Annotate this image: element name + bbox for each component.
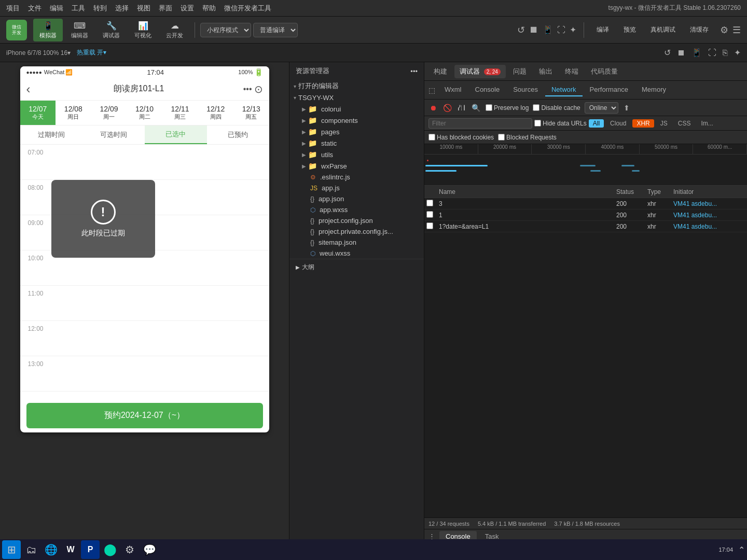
menu-item-settings[interactable]: 设置: [181, 4, 194, 13]
has-blocked-cookies-checkbox[interactable]: Has blocked cookies: [428, 134, 494, 141]
throttle-select[interactable]: Online: [585, 102, 618, 114]
section-tsgyy-wx[interactable]: ▾ TSGYY-WX: [289, 92, 424, 103]
nav-record-btn[interactable]: ⊙: [254, 83, 263, 95]
taskbar-settings[interactable]: ⚙: [120, 540, 139, 559]
date-tab-1[interactable]: 12/08 周日: [56, 101, 91, 125]
taskbar-browser[interactable]: 🌐: [42, 540, 60, 559]
refresh-icon[interactable]: ↺: [517, 24, 525, 36]
tree-item-wxparse[interactable]: ▶ 📁 wxParse: [289, 160, 424, 172]
table-row-1[interactable]: 1 200 xhr VM41 asdebu...: [424, 209, 747, 221]
menu-item-project[interactable]: 项目: [6, 4, 20, 13]
blocked-requests-checkbox[interactable]: Blocked Requests: [498, 134, 557, 141]
taskbar-p[interactable]: P: [81, 540, 100, 559]
filter-expired[interactable]: 过期时间: [20, 125, 82, 144]
tab-problems[interactable]: 问题: [508, 65, 532, 78]
tree-item-projectconfig[interactable]: {} project.config.json: [289, 215, 424, 226]
date-tab-5[interactable]: 12/12 周四: [198, 101, 233, 125]
menu-item-help[interactable]: 帮助: [202, 4, 216, 13]
device-copy-icon[interactable]: ⎘: [723, 48, 728, 58]
row2-initiator[interactable]: VM41 asdebu...: [669, 223, 747, 230]
tab-build[interactable]: 构建: [428, 65, 452, 78]
preserve-log-checkbox[interactable]: Preserve log: [486, 104, 529, 111]
menu-item-view[interactable]: 视图: [137, 4, 150, 13]
menu-item-goto[interactable]: 转到: [93, 4, 107, 13]
filter-input[interactable]: [428, 118, 532, 129]
tree-item-static[interactable]: ▶ 📁 static: [289, 137, 424, 149]
hot-reload-btn[interactable]: 热重载 开▾: [77, 48, 106, 57]
date-tab-4[interactable]: 12/11 周三: [162, 101, 198, 125]
stop-icon[interactable]: ⏹: [529, 24, 538, 35]
device-refresh-icon[interactable]: ↺: [664, 48, 671, 58]
filter-cloud[interactable]: Cloud: [606, 119, 630, 128]
row1-checkbox[interactable]: [424, 211, 435, 219]
filter-all[interactable]: All: [589, 119, 604, 128]
taskbar-wechat[interactable]: 💬: [140, 540, 159, 559]
real-debug-btn[interactable]: 真机调试: [645, 23, 681, 36]
tree-item-appjs[interactable]: JS app.js: [289, 183, 424, 193]
book-button[interactable]: 预约2024-12-07（~）: [26, 403, 263, 428]
compile-btn[interactable]: 编译: [591, 23, 614, 36]
explorer-menu-btn[interactable]: •••: [410, 67, 418, 75]
net-tab-console[interactable]: Console: [469, 83, 506, 96]
timeline-area[interactable]: 10000 ms 20000 ms 30000 ms 40000 ms 5000…: [424, 144, 747, 186]
expand-icon[interactable]: ⛶: [557, 25, 565, 35]
clear-btn[interactable]: 🚫: [442, 103, 453, 113]
menu-item-wechat[interactable]: 微信开发者工具: [224, 4, 271, 13]
toolbar-btn-simulator[interactable]: 📱 模拟器: [33, 19, 63, 41]
hide-data-urls-input[interactable]: [534, 120, 541, 127]
net-tab-sources[interactable]: Sources: [507, 83, 544, 96]
import-icon[interactable]: ⬆: [622, 103, 631, 113]
row2-checkbox[interactable]: [424, 222, 435, 231]
outline-section[interactable]: ▶ 大纲: [289, 259, 424, 275]
section-open-editors[interactable]: ▾ 打开的编辑器: [289, 80, 424, 92]
preview-btn[interactable]: 预览: [618, 23, 641, 36]
tree-item-appjson[interactable]: {} app.json: [289, 193, 424, 204]
filter-css[interactable]: CSS: [674, 119, 695, 128]
filter-available[interactable]: 可选时间: [82, 125, 145, 144]
filter-btn[interactable]: ⛙: [457, 103, 466, 113]
menu-item-edit[interactable]: 编辑: [50, 4, 63, 13]
tree-item-eslintrc[interactable]: ⚙ .eslintrc.js: [289, 172, 424, 183]
device-star-icon[interactable]: ✦: [734, 48, 741, 58]
date-tab-6[interactable]: 12/13 周五: [233, 101, 269, 125]
menu-icon[interactable]: ☰: [732, 24, 741, 36]
device-stop-icon[interactable]: ⏹: [677, 48, 685, 58]
device-info[interactable]: iPhone 6/7/8 100% 16▾: [6, 49, 71, 57]
net-tab-wxml[interactable]: Wxml: [438, 83, 468, 96]
tree-item-components[interactable]: ▶ 📁 components: [289, 115, 424, 126]
search-btn[interactable]: 🔍: [471, 103, 481, 113]
schedule-grid[interactable]: 07:00 08:00 09:00 10:00 11:00: [20, 145, 269, 399]
row0-initiator[interactable]: VM41 asdebu...: [669, 200, 747, 207]
date-tab-0[interactable]: 12/07 今天: [20, 101, 56, 125]
filter-js[interactable]: JS: [656, 119, 672, 128]
mode-select[interactable]: 小程序模式: [200, 23, 251, 37]
nav-menu-dots[interactable]: •••: [243, 85, 252, 94]
blocked-requests-input[interactable]: [498, 134, 505, 141]
device-expand-icon[interactable]: ⛶: [708, 48, 716, 58]
tree-item-projectprivate[interactable]: {} project.private.config.js...: [289, 226, 424, 237]
taskbar-chevron-up[interactable]: ⌃: [738, 545, 745, 555]
date-tab-2[interactable]: 12/09 周一: [91, 101, 127, 125]
network-table[interactable]: Name Status Type Initiator 3 200 xhr VM4…: [424, 186, 747, 517]
menu-item-file[interactable]: 文件: [28, 4, 42, 13]
record-btn[interactable]: ⏺: [428, 103, 438, 113]
tab-terminal[interactable]: 终端: [560, 65, 584, 78]
tree-item-sitemap[interactable]: {} sitemap.json: [289, 237, 424, 248]
tree-item-utils[interactable]: ▶ 📁 utils: [289, 149, 424, 160]
toolbar-btn-debugger[interactable]: 🔧 调试器: [96, 19, 126, 41]
tab-debugger[interactable]: 调试器 2, 24: [454, 65, 506, 78]
taskbar-w[interactable]: W: [61, 540, 80, 559]
taskbar-circle[interactable]: ⬤: [101, 540, 119, 559]
filter-booked[interactable]: 已预约: [207, 125, 269, 144]
menu-item-select[interactable]: 选择: [115, 4, 129, 13]
toolbar-btn-cloud[interactable]: ☁ 云开发: [160, 19, 189, 41]
row0-checkbox[interactable]: [424, 200, 435, 208]
menu-item-interface[interactable]: 界面: [159, 4, 172, 13]
date-tab-3[interactable]: 12/10 周二: [127, 101, 162, 125]
back-button[interactable]: ‹: [26, 82, 31, 96]
has-blocked-cookies-input[interactable]: [428, 134, 435, 141]
row1-initiator[interactable]: VM41 asdebu...: [669, 212, 747, 219]
net-tab-performance[interactable]: Performance: [584, 83, 634, 96]
filter-xhr[interactable]: XHR: [632, 119, 654, 128]
filter-im[interactable]: Im...: [697, 119, 717, 128]
